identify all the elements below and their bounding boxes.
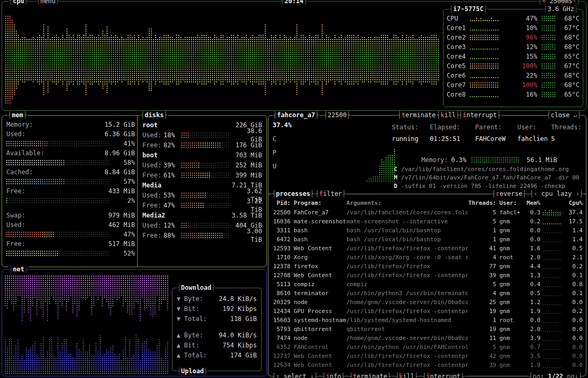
menu-button[interactable]: menu bbox=[36, 0, 60, 5]
cpu-core-panel: i7-5775C 3.6 GHz CPU47%68°CCore110%67°CC… bbox=[443, 9, 583, 107]
process-row[interactable]: 8610terminator/usr/bin/python3 /usr/bin/… bbox=[272, 289, 583, 298]
process-row[interactable]: 12434GPU Process/usr/lib/firefox/firefox… bbox=[272, 307, 583, 316]
disk-name: Media bbox=[142, 181, 161, 190]
sort-column-selector[interactable]: ‹ cpu lazy › bbox=[529, 190, 584, 198]
process-cpu-minigraph bbox=[543, 299, 563, 306]
spacer bbox=[6, 205, 135, 211]
core-percent: 22% bbox=[502, 71, 537, 80]
process-cpu-minigraph bbox=[543, 344, 563, 351]
kill-button-footer[interactable]: kill bbox=[395, 372, 419, 378]
process-row[interactable]: 12737Web Content/usr/lib/firefox/firefox… bbox=[272, 352, 583, 361]
core-percent: 100% bbox=[502, 62, 537, 70]
process-row[interactable]: 12708Web Content/usr/lib/firefox/firefox… bbox=[272, 271, 583, 280]
process-cpu-percent: 0.1 bbox=[563, 271, 583, 280]
process-program: Xorg bbox=[294, 253, 346, 262]
terminate-button[interactable]: terminate bbox=[397, 111, 440, 119]
mem-stat-value: 979 MiB bbox=[108, 211, 135, 220]
process-row[interactable]: 22500FahCore_a7/var/lib/fahclient/cores/… bbox=[272, 208, 583, 217]
process-user: gnm bbox=[499, 334, 524, 343]
process-threads: 5 bbox=[468, 218, 496, 226]
process-cpu-percent: 0.0 bbox=[563, 361, 583, 369]
cmd-text: -suffix 01 -version 705 -lifeline 22496 … bbox=[401, 183, 565, 190]
process-row[interactable]: 6472bashbash /usr/local/bin/bashtop1gnm0… bbox=[272, 235, 583, 244]
process-row[interactable]: 12593Web Content/usr/lib/firefox/firefox… bbox=[272, 244, 583, 253]
disk-free-value: 399 MiB bbox=[232, 171, 262, 179]
process-arguments: /usr/lib/firefox/firefox -contentpr bbox=[346, 244, 468, 253]
core-name: Core5 bbox=[447, 62, 470, 70]
process-cpu-percent: 1.4 bbox=[563, 235, 583, 244]
process-stat-header: Parent: bbox=[475, 123, 517, 135]
process-row[interactable]: 1710Xorg/usr/lib/xorg/Xorg -core :0 -sea… bbox=[272, 253, 583, 262]
process-row[interactable]: 5793qbittorrentqbittorrent19gnm2.00.0 bbox=[272, 325, 583, 334]
page-indicator: 1/22 bbox=[544, 373, 567, 378]
reverse-sort-button[interactable]: reverse bbox=[491, 190, 527, 198]
process-cpu-minigraph bbox=[543, 228, 563, 234]
process-row[interactable]: 20329node/home/gnm/.vscode-server/bin/0b… bbox=[272, 298, 583, 307]
upload-arrow-icon: ▲ bbox=[177, 341, 184, 349]
process-mem-percent: 0.0 bbox=[524, 235, 541, 244]
process-row[interactable]: 5113compizcompiz5gnm0.40.8 bbox=[272, 280, 583, 289]
process-row[interactable]: 15603systemd-hostnam/lib/systemd/systemd… bbox=[272, 316, 583, 325]
process-cpu-minigraph-canvas bbox=[543, 308, 563, 315]
cpu-core-row: Core296%68°C bbox=[447, 33, 580, 42]
process-row[interactable]: 12634Web Content/usr/lib/firefox/firefox… bbox=[272, 361, 583, 368]
memory-stats: Memory:15.2 GiBUsed:6.36 GiB41%Available… bbox=[6, 120, 135, 258]
process-threads: 41 bbox=[468, 244, 496, 253]
process-pid: 12434 bbox=[272, 307, 291, 316]
process-stat: Elapsed:01:25:51 bbox=[430, 123, 475, 143]
pagination[interactable]: pg↑ 1/22 pg↓ bbox=[528, 372, 583, 378]
process-row[interactable]: 7474node/home/gnm/.vscode-server/bin/0ba… bbox=[272, 334, 583, 343]
filter-button[interactable]: filter bbox=[315, 190, 346, 198]
mem-stat-label: Available: bbox=[6, 149, 44, 157]
process-user: gnm bbox=[499, 244, 524, 253]
core-name: Core1 bbox=[447, 24, 470, 32]
core-temp-meter bbox=[542, 91, 556, 98]
process-stat-header: User: bbox=[517, 123, 551, 135]
process-row[interactable]: 3311bashbash /usr/local/bin/bashtop1gnm0… bbox=[272, 226, 583, 235]
process-row[interactable]: 6352FAHControl/usr/bin/python /usr/bin/F… bbox=[272, 343, 583, 352]
process-detail-stats: Status:runningElapsed:01:25:51Parent:FAH… bbox=[392, 123, 582, 143]
process-pid: 16036 bbox=[272, 218, 291, 226]
close-detail-button[interactable]: close ↵ bbox=[546, 111, 582, 119]
upload-stat-value: 754 Kibps bbox=[223, 341, 257, 349]
process-mem-percent: 1.3 bbox=[524, 271, 541, 280]
process-row[interactable]: 16036mate-screenshotmate-screenshot --in… bbox=[272, 217, 583, 226]
core-usage-minigraph bbox=[470, 53, 499, 60]
mem-stat-row: Used:462 MiB bbox=[6, 220, 135, 230]
bashtop-screen: cpu menu 20:14 + 2500ms- i7-5775C 3.6 GH… bbox=[0, 0, 588, 378]
disk-used-label: Used: bbox=[142, 221, 163, 230]
disk-used-percent: 39% bbox=[163, 161, 179, 169]
disk-used-meter bbox=[181, 192, 230, 199]
terminate-button-footer[interactable]: terminate bbox=[349, 372, 392, 378]
process-arguments: /home/gnm/.vscode-server/bin/0ba0ca bbox=[346, 334, 468, 343]
process-cpu-percent: 0.0 bbox=[563, 343, 583, 352]
process-cpu-percent: 0.1 bbox=[563, 289, 583, 298]
upload-stat-row: ▲Bit:754 Kibps bbox=[177, 340, 257, 350]
disk-free-meter bbox=[181, 202, 230, 209]
mem-meter bbox=[6, 178, 110, 185]
memory-box: mem Memory:15.2 GiBUsed:6.36 GiB41%Avail… bbox=[2, 115, 267, 267]
process-user: gnm bbox=[499, 289, 524, 298]
cpu-model: i7-5775C bbox=[449, 5, 488, 13]
process-stat-header: Status: bbox=[392, 123, 430, 135]
header-pid: Pid: bbox=[272, 199, 291, 207]
interrupt-button-footer[interactable]: interrupt bbox=[422, 372, 465, 378]
info-button[interactable]: info bbox=[322, 372, 345, 378]
cpu-usage-graph bbox=[5, 15, 440, 104]
process-cpu-minigraph bbox=[543, 335, 563, 342]
process-row[interactable]: 12378firefox/usr/lib/firefox/firefox77gn… bbox=[272, 262, 583, 271]
kill-button[interactable]: kill bbox=[436, 111, 460, 119]
mem-stat-value: 462 MiB bbox=[108, 221, 135, 229]
process-user: gnm bbox=[499, 325, 524, 334]
process-stat-header: Threads: bbox=[551, 123, 582, 135]
disk-used-value: 252 MiB bbox=[232, 161, 262, 169]
select-control[interactable]: ↑ select ↓ bbox=[272, 372, 319, 378]
process-threads: 19 bbox=[468, 325, 496, 334]
disk-free-value: 176 GiB bbox=[232, 141, 262, 149]
cmd-key: C bbox=[394, 166, 398, 173]
disks-list: root226 GiBUsed:18%38.6 GiBFree:82%176 G… bbox=[142, 120, 262, 240]
header-cpu[interactable]: Cpu% bbox=[563, 199, 583, 207]
interrupt-button[interactable]: interrupt bbox=[458, 111, 502, 119]
process-user: gnm bbox=[499, 307, 524, 316]
process-mem-percent: 4.4 bbox=[524, 262, 541, 271]
